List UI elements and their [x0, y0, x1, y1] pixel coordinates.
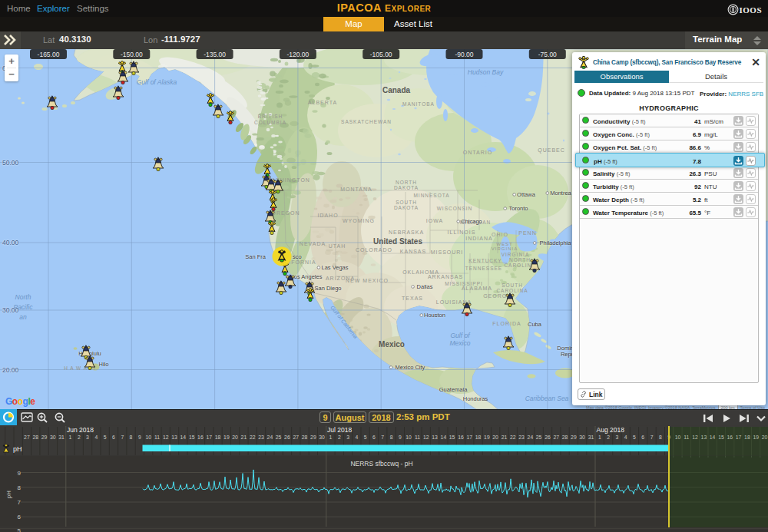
svg-text:7: 7 — [121, 435, 124, 440]
svg-text:MANITOBA: MANITOBA — [402, 101, 435, 107]
svg-text:15: 15 — [449, 435, 455, 440]
svg-text:27: 27 — [553, 435, 559, 440]
svg-text:United States: United States — [373, 237, 422, 246]
svg-text:12: 12 — [423, 435, 429, 440]
svg-text:WISCONSIN: WISCONSIN — [437, 206, 473, 211]
svg-text:8: 8 — [390, 435, 393, 440]
svg-text:Mexico: Mexico — [450, 339, 471, 347]
svg-text:16: 16 — [727, 435, 733, 440]
svg-text:7: 7 — [18, 499, 22, 506]
svg-text:31: 31 — [588, 435, 594, 440]
svg-text:Caribbean Sea: Caribbean Sea — [525, 395, 569, 402]
svg-text:11: 11 — [684, 435, 689, 440]
svg-text:Jul 2018: Jul 2018 — [327, 426, 352, 434]
svg-text:VIRGINIA: VIRGINIA — [492, 246, 518, 251]
svg-text:15: 15 — [718, 435, 724, 440]
svg-text:pH: pH — [13, 445, 22, 453]
svg-text:TEXAS: TEXAS — [402, 296, 423, 301]
svg-text:CAROLINA: CAROLINA — [496, 288, 528, 293]
svg-text:19: 19 — [753, 435, 759, 440]
svg-text:PENN: PENN — [518, 230, 536, 236]
svg-text:San Diego: San Diego — [314, 285, 341, 292]
svg-text:Los Angeles: Los Angeles — [291, 273, 323, 280]
svg-text:21: 21 — [502, 435, 508, 440]
svg-text:Hudson Bay: Hudson Bay — [468, 68, 504, 76]
svg-text:3: 3 — [86, 435, 89, 440]
svg-text:Houston: Houston — [424, 312, 445, 319]
svg-text:5: 5 — [104, 435, 107, 440]
svg-text:20.00: 20.00 — [2, 366, 19, 374]
svg-text:25: 25 — [276, 435, 282, 440]
svg-text:23: 23 — [258, 435, 264, 440]
svg-text:11: 11 — [154, 435, 160, 440]
svg-text:Guatemala: Guatemala — [439, 386, 468, 393]
svg-text:28: 28 — [302, 435, 308, 440]
svg-text:11: 11 — [415, 435, 420, 440]
svg-text:KENTUCKY: KENTUCKY — [468, 258, 502, 263]
svg-text:NORTH: NORTH — [396, 180, 417, 185]
svg-text:ALBERTA: ALBERTA — [308, 100, 337, 105]
svg-text:8: 8 — [130, 435, 133, 440]
svg-text:17: 17 — [466, 435, 472, 440]
svg-text:6: 6 — [18, 514, 22, 520]
svg-text:6: 6 — [112, 435, 115, 440]
svg-text:14: 14 — [180, 435, 187, 440]
svg-text:-120.00: -120.00 — [286, 51, 309, 58]
svg-text:12: 12 — [163, 435, 169, 440]
svg-text:Hilo: Hilo — [99, 361, 109, 368]
svg-text:MONTANA: MONTANA — [340, 187, 372, 192]
svg-text:1: 1 — [69, 435, 72, 440]
svg-text:18: 18 — [744, 435, 750, 440]
svg-text:-105.00: -105.00 — [370, 51, 392, 58]
svg-text:SOUTH: SOUTH — [502, 283, 523, 288]
svg-text:Toronto: Toronto — [508, 205, 528, 212]
svg-text:5: 5 — [18, 527, 22, 532]
svg-text:DAKOTA: DAKOTA — [394, 205, 419, 210]
svg-text:10: 10 — [145, 435, 151, 440]
svg-text:10: 10 — [675, 435, 681, 440]
svg-text:SASKATCHEWAN: SASKATCHEWAN — [341, 119, 392, 124]
svg-text:25: 25 — [536, 435, 542, 440]
svg-text:24: 24 — [267, 435, 273, 440]
svg-text:2: 2 — [78, 435, 81, 440]
svg-text:23: 23 — [518, 435, 525, 440]
svg-text:IOWA: IOWA — [426, 218, 443, 223]
svg-text:28: 28 — [562, 435, 568, 440]
svg-text:1: 1 — [329, 435, 333, 440]
svg-text:Canada: Canada — [382, 86, 411, 94]
svg-text:OREGON: OREGON — [271, 210, 300, 216]
svg-text:21: 21 — [241, 435, 247, 440]
svg-text:6: 6 — [372, 435, 376, 440]
svg-text:13: 13 — [171, 435, 177, 440]
svg-text:FLORIDA: FLORIDA — [492, 321, 521, 326]
svg-text:5: 5 — [364, 435, 367, 440]
svg-text:Gulf of Alaska: Gulf of Alaska — [137, 78, 177, 86]
svg-text:ALABAMA: ALABAMA — [462, 286, 492, 291]
svg-text:17: 17 — [736, 435, 742, 440]
svg-text:18: 18 — [215, 435, 221, 440]
svg-text:4: 4 — [94, 435, 98, 440]
svg-text:Montrea: Montrea — [550, 190, 571, 197]
svg-text:20: 20 — [762, 435, 768, 440]
svg-text:3: 3 — [616, 435, 619, 440]
svg-text:15: 15 — [189, 435, 195, 440]
svg-text:14: 14 — [710, 435, 716, 440]
svg-text:8: 8 — [659, 435, 662, 440]
svg-text:ONTARIO: ONTARIO — [463, 150, 492, 155]
svg-text:Aug 2018: Aug 2018 — [597, 426, 625, 434]
svg-text:-75.00: -75.00 — [538, 51, 557, 58]
svg-text:24: 24 — [528, 435, 534, 440]
svg-text:COLUMBIA: COLUMBIA — [254, 120, 286, 125]
svg-text:40.00: 40.00 — [2, 239, 19, 246]
svg-text:26: 26 — [545, 435, 551, 440]
svg-text:DAKOTA: DAKOTA — [394, 185, 419, 190]
svg-text:Pacific: Pacific — [13, 303, 33, 311]
svg-text:20: 20 — [232, 435, 238, 440]
svg-text:San Fra: San Fra — [245, 253, 266, 260]
svg-text:20: 20 — [492, 435, 498, 440]
svg-text:Dallas: Dallas — [417, 283, 433, 290]
svg-text:-165.00: -165.00 — [38, 51, 60, 58]
svg-text:NEVADA: NEVADA — [300, 241, 326, 246]
svg-text:9: 9 — [18, 470, 22, 477]
svg-text:29: 29 — [310, 435, 316, 440]
